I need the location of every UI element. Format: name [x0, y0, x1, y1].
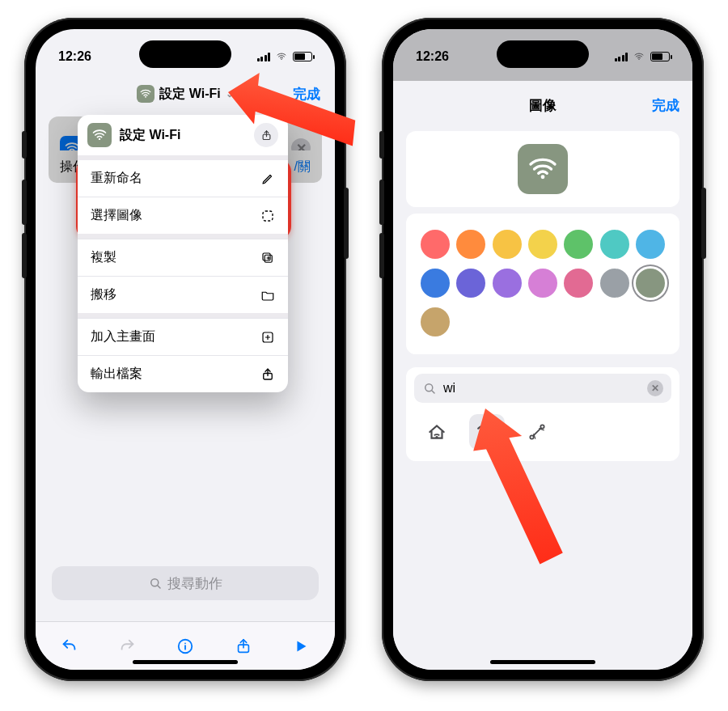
- status-time: 12:26: [58, 49, 91, 64]
- pencil-icon: [260, 171, 275, 186]
- action-strip-suffix: /關: [294, 159, 311, 176]
- color-swatch[interactable]: [600, 269, 629, 298]
- icon-results: [414, 403, 671, 450]
- plus-square-icon: [260, 330, 275, 345]
- share-icon: [260, 367, 275, 382]
- color-swatch[interactable]: [421, 230, 450, 259]
- home-indicator: [133, 660, 238, 664]
- phone-left-frame: 12:26 設定 Wi-Fi ⌄ 完成: [24, 18, 346, 681]
- menu-label: 搬移: [91, 286, 116, 303]
- wifi-status-icon: [633, 52, 645, 61]
- menu-label: 選擇圖像: [91, 207, 142, 224]
- home-wifi-icon[interactable]: [419, 414, 455, 450]
- wifi-status-icon: [275, 52, 288, 61]
- color-swatch[interactable]: [421, 269, 450, 298]
- menu-label: 複製: [91, 249, 116, 266]
- done-button[interactable]: 完成: [293, 85, 320, 104]
- status-time: 12:26: [416, 49, 449, 64]
- shortcut-title: 設定 Wi-Fi: [159, 86, 220, 103]
- done-button[interactable]: 完成: [652, 96, 679, 115]
- wired-network-icon[interactable]: [519, 414, 555, 450]
- info-button[interactable]: [169, 630, 201, 662]
- title-popover: 設定 Wi-Fi 重新命名 選擇圖像: [78, 115, 288, 392]
- color-swatch[interactable]: [564, 269, 593, 298]
- color-swatch[interactable]: [493, 230, 522, 259]
- shortcut-title-chip[interactable]: 設定 Wi-Fi ⌄: [130, 82, 239, 106]
- battery-icon: [650, 52, 670, 61]
- share-button[interactable]: [254, 123, 278, 147]
- phone-right-frame: 12:26 圖像 完成: [382, 18, 704, 681]
- menu-label: 輸出檔案: [91, 366, 142, 383]
- wifi-icon: [137, 85, 154, 103]
- color-swatch[interactable]: [564, 230, 593, 259]
- folder-icon: [260, 288, 275, 303]
- color-palette: [406, 214, 679, 354]
- cellular-icon: [615, 53, 629, 61]
- dynamic-island: [497, 40, 589, 68]
- menu-duplicate[interactable]: 複製: [78, 239, 288, 276]
- undo-button[interactable]: [53, 630, 86, 662]
- sheet-header: 圖像 完成: [393, 86, 692, 125]
- chevron-down-icon: ⌄: [226, 88, 234, 99]
- color-swatch[interactable]: [528, 230, 557, 259]
- color-swatch[interactable]: [528, 269, 557, 298]
- redo-button[interactable]: [111, 630, 143, 662]
- color-swatch[interactable]: [636, 230, 665, 259]
- wifi-icon: [87, 123, 112, 147]
- search-placeholder: 搜尋動作: [167, 574, 222, 593]
- dynamic-island: [139, 40, 231, 68]
- popover-title: 設定 Wi-Fi: [120, 127, 180, 144]
- search-icon: [422, 381, 437, 396]
- home-indicator: [490, 660, 595, 664]
- share-button[interactable]: [227, 630, 260, 662]
- menu-label: 加入主畫面: [91, 328, 155, 345]
- menu-rename[interactable]: 重新命名: [78, 160, 288, 197]
- menu-label: 重新命名: [91, 170, 142, 187]
- menu-choose-image[interactable]: 選擇圖像: [78, 197, 288, 234]
- color-swatch[interactable]: [636, 269, 665, 298]
- dashed-square-icon: [260, 209, 275, 223]
- clear-button[interactable]: ✕: [647, 380, 663, 396]
- color-swatch[interactable]: [493, 269, 522, 298]
- battery-icon: [293, 52, 312, 61]
- color-swatch[interactable]: [456, 230, 485, 259]
- wifi-icon[interactable]: [469, 414, 505, 450]
- menu-export[interactable]: 輸出檔案: [78, 355, 288, 392]
- popover-header: 設定 Wi-Fi: [78, 115, 288, 160]
- color-swatch[interactable]: [456, 269, 485, 298]
- sheet-title: 圖像: [529, 96, 557, 115]
- icon-search-field[interactable]: ✕: [414, 374, 671, 403]
- search-icon: [148, 576, 163, 590]
- menu-move[interactable]: 搬移: [78, 276, 288, 313]
- wifi-icon: [518, 144, 568, 194]
- cellular-icon: [257, 53, 271, 61]
- menu-add-home[interactable]: 加入主畫面: [78, 318, 288, 355]
- play-button[interactable]: [285, 630, 317, 662]
- icon-preview: [406, 131, 679, 207]
- icon-search-card: ✕: [406, 367, 679, 461]
- image-picker-sheet: 圖像 完成: [393, 86, 692, 670]
- editor-header: 設定 Wi-Fi ⌄ 完成: [36, 76, 335, 112]
- duplicate-icon: [260, 251, 275, 265]
- color-swatch[interactable]: [600, 230, 629, 259]
- color-swatch[interactable]: [421, 307, 450, 336]
- search-actions[interactable]: 搜尋動作: [52, 566, 319, 600]
- icon-search-input[interactable]: [443, 381, 641, 396]
